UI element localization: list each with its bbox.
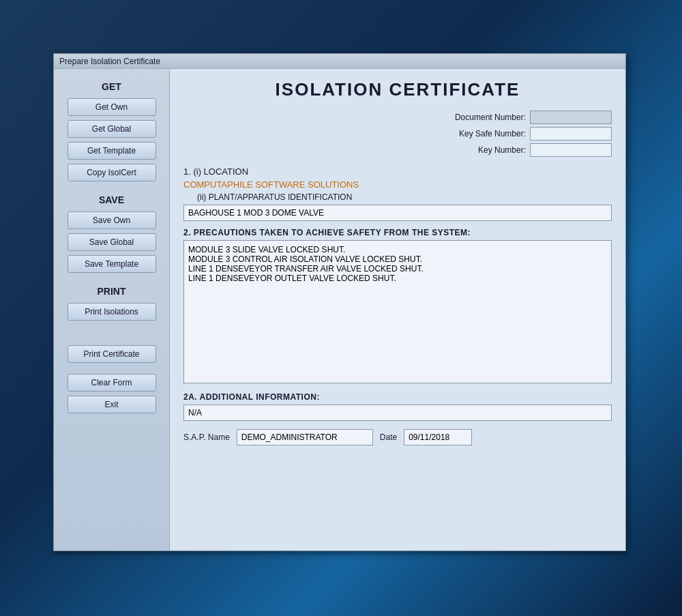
get-global-button[interactable]: Get Global (68, 120, 156, 138)
section1-group: 1. (i) LOCATION COMPUTAPHILE SOFTWARE SO… (183, 166, 612, 221)
exit-button[interactable]: Exit (68, 396, 156, 413)
window-title: Prepare Isolation Certificate (59, 57, 160, 66)
get-template-button[interactable]: Get Template (68, 142, 156, 160)
key-number-input[interactable] (530, 143, 612, 157)
section2-group: 2. PRECAUTIONS TAKEN TO ACHIEVE SAFETY F… (183, 228, 612, 385)
document-number-row: Document Number: (455, 111, 612, 124)
key-safe-number-row: Key Safe Number: (459, 127, 612, 141)
sap-name-label: S.A.P. Name (183, 432, 230, 442)
section2a-group: 2A. ADDITIONAL INFORMATION: (183, 392, 612, 421)
save-own-button[interactable]: Save Own (68, 211, 156, 229)
footer-row: S.A.P. Name Date (183, 429, 612, 445)
main-window: Prepare Isolation Certificate GET Get Ow… (53, 53, 626, 551)
window-body: GET Get Own Get Global Get Template Copy… (54, 69, 625, 551)
date-label: Date (380, 432, 397, 442)
save-template-button[interactable]: Save Template (68, 255, 156, 273)
section2a-header: 2A. ADDITIONAL INFORMATION: (183, 392, 612, 402)
get-own-button[interactable]: Get Own (68, 98, 156, 116)
get-section-label: GET (59, 81, 164, 92)
additional-info-input[interactable] (183, 405, 612, 421)
window-titlebar: Prepare Isolation Certificate (54, 54, 625, 69)
print-certificate-button[interactable]: Print Certificate (68, 345, 156, 363)
print-isolations-button[interactable]: Print Isolations (68, 303, 156, 321)
key-safe-number-input[interactable] (530, 127, 612, 141)
plant-apparatus-header: (ii) PLANT/APPARATUS IDENTIFICATION (197, 192, 612, 202)
sidebar: GET Get Own Get Global Get Template Copy… (54, 69, 170, 551)
certificate-title: ISOLATION CERTIFICATE (183, 79, 612, 100)
precautions-textarea[interactable]: MODULE 3 SLIDE VALVE LOCKED SHUT. MODULE… (183, 240, 612, 383)
key-number-row: Key Number: (478, 143, 612, 157)
copy-isol-cert-button[interactable]: Copy IsolCert (68, 164, 156, 181)
company-name: COMPUTAPHILE SOFTWARE SOLUTIONS (183, 179, 612, 190)
date-input[interactable] (404, 429, 472, 445)
key-safe-number-label: Key Safe Number: (459, 129, 526, 138)
document-number-label: Document Number: (455, 113, 526, 122)
key-number-label: Key Number: (478, 145, 526, 155)
print-section-label: PRINT (59, 286, 164, 297)
document-number-input[interactable] (530, 111, 612, 124)
section1-header: 1. (i) LOCATION (183, 166, 612, 177)
desktop: Prepare Isolation Certificate GET Get Ow… (0, 0, 682, 616)
plant-apparatus-input[interactable] (183, 205, 612, 221)
section2-header: 2. PRECAUTIONS TAKEN TO ACHIEVE SAFETY F… (183, 228, 612, 237)
clear-form-button[interactable]: Clear Form (68, 374, 156, 392)
save-global-button[interactable]: Save Global (68, 233, 156, 251)
sap-name-input[interactable] (237, 429, 373, 445)
save-section-label: SAVE (59, 194, 164, 205)
main-content: ISOLATION CERTIFICATE Document Number: K… (170, 69, 625, 551)
